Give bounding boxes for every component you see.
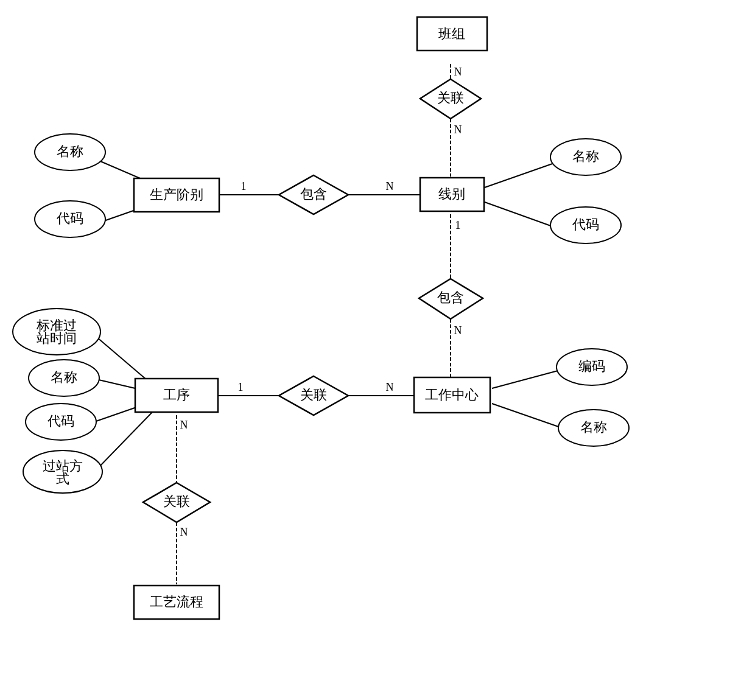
attr-gongxu-code-label: 代码 <box>47 413 74 429</box>
label-n-baohan1: N <box>386 180 394 192</box>
er-diagram: N N 1 N 1 N 1 N N N 班组 生产阶别 <box>0 0 755 700</box>
entity-banzu-label: 班组 <box>438 26 465 41</box>
entity-gongxu-label: 工序 <box>163 387 190 402</box>
label-n-gongxu-bottom: N <box>180 419 188 431</box>
label-1-gongxu: 1 <box>238 381 244 393</box>
attr-gongzuo-name-label: 名称 <box>580 419 607 435</box>
entity-gongyilc-label: 工艺流程 <box>150 594 203 609</box>
entity-shengchan-label: 生产阶别 <box>150 187 203 202</box>
attr-shengchan-name-label: 名称 <box>57 144 83 159</box>
rel-baohan1-label: 包含 <box>300 186 327 201</box>
attr-xiebei-code-label: 代码 <box>572 217 599 232</box>
conn-gongzuo-bianma <box>492 370 560 388</box>
label-n-guanlian3: N <box>180 526 188 538</box>
entity-gongzuo-label: 工作中心 <box>425 387 479 402</box>
label-1-shengchan: 1 <box>241 180 247 192</box>
rel-guanlian3-label: 关联 <box>163 494 190 509</box>
label-n-banzu: N <box>454 66 462 78</box>
conn-xiebei-nameattr <box>485 163 554 187</box>
label-n-baohan2: N <box>454 324 462 337</box>
attr-gongxu-name-label: 名称 <box>51 369 77 385</box>
attr-gongxu-biaozhun-label2: 站时间 <box>37 331 77 346</box>
attr-gongxu-guozhan-label2: 式 <box>56 471 69 486</box>
attr-xiebei-name-label: 名称 <box>572 149 599 164</box>
conn-gongxu-biaozhun <box>93 334 151 383</box>
conn-gongzuo-nameattr <box>492 404 560 427</box>
rel-guanlian2-label: 关联 <box>300 387 327 402</box>
label-n-guanlian2: N <box>386 381 394 393</box>
rel-guanlian1-label: 关联 <box>437 90 464 105</box>
attr-shengchan-code-label: 代码 <box>56 211 83 226</box>
label-1-xiebei: 1 <box>455 219 461 231</box>
label-n-guanlian1: N <box>454 124 462 136</box>
entity-xiebei-label: 线别 <box>438 186 465 201</box>
conn-xiebei-codeattr <box>485 202 554 227</box>
rel-baohan2-label: 包含 <box>437 290 464 305</box>
attr-gongzuo-bianma-label: 编码 <box>578 359 605 374</box>
